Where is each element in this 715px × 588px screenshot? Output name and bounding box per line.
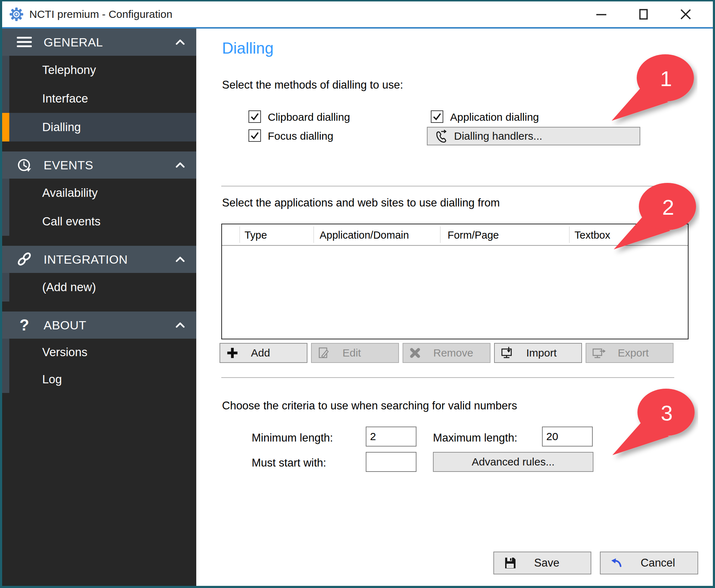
selection-strip bbox=[2, 56, 9, 84]
maximize-button[interactable] bbox=[633, 5, 654, 24]
sidebar-item-interface[interactable]: Interface bbox=[2, 84, 196, 113]
minimum-length-label: Minimum length: bbox=[252, 432, 333, 444]
column-divider bbox=[569, 226, 569, 243]
add-button-label: Add bbox=[251, 347, 270, 359]
sidebar-gap bbox=[2, 141, 196, 151]
sidebar-item-add-new[interactable]: (Add new) bbox=[2, 273, 196, 302]
application-dialling-label: Application dialling bbox=[450, 111, 539, 123]
app-gear-icon bbox=[9, 7, 24, 21]
sidebar-item-dialling[interactable]: Dialling bbox=[2, 113, 196, 141]
check-icon bbox=[432, 111, 442, 122]
window: NCTI premium - Configuration GENERAL bbox=[0, 0, 715, 588]
sidebar-section-label: GENERAL bbox=[44, 35, 176, 49]
import-button[interactable]: Import bbox=[494, 343, 582, 363]
separator bbox=[221, 377, 674, 378]
column-header-application-domain[interactable]: Application/Domain bbox=[320, 224, 409, 246]
callout-number: 3 bbox=[661, 401, 672, 425]
sidebar-section-label: INTEGRATION bbox=[44, 253, 176, 266]
sidebar-item-call-events[interactable]: Call events bbox=[2, 207, 196, 236]
sidebar-item-label: Interface bbox=[9, 84, 196, 113]
chevron-up-icon bbox=[176, 39, 185, 45]
import-button-label: Import bbox=[526, 347, 557, 359]
sidebar-item-availability[interactable]: Availability bbox=[2, 179, 196, 207]
cancel-button-label: Cancel bbox=[641, 557, 675, 569]
sidebar-gap bbox=[2, 236, 196, 246]
edit-button-label: Edit bbox=[342, 347, 361, 359]
applications-section-label: Select the applications and web sites to… bbox=[222, 196, 500, 209]
question-mark-icon: ? bbox=[14, 316, 34, 334]
minimize-button[interactable] bbox=[591, 5, 611, 24]
export-monitor-icon bbox=[592, 346, 606, 360]
selection-strip bbox=[2, 84, 9, 113]
applications-table[interactable]: Type Application/Domain Form/Page Textbo… bbox=[221, 224, 689, 339]
remove-button[interactable]: Remove bbox=[403, 343, 490, 363]
clipboard-dialling-label: Clipboard dialling bbox=[268, 111, 350, 123]
sidebar: GENERAL Telephony Interface Dialling bbox=[2, 29, 196, 586]
check-icon bbox=[250, 130, 260, 141]
focus-dialling-label: Focus dialling bbox=[268, 130, 333, 142]
selection-strip bbox=[2, 273, 9, 302]
remove-button-label: Remove bbox=[433, 347, 473, 359]
sidebar-gap bbox=[2, 302, 196, 312]
menu-icon bbox=[14, 36, 34, 48]
sidebar-section-label: ABOUT bbox=[44, 318, 176, 332]
callout-3: 3 bbox=[609, 384, 698, 469]
sidebar-item-log[interactable]: Log bbox=[2, 366, 196, 393]
import-monitor-icon bbox=[500, 346, 514, 360]
plus-icon bbox=[226, 347, 239, 359]
sidebar-item-label: Telephony bbox=[9, 56, 196, 84]
selection-strip bbox=[2, 339, 9, 366]
maximize-icon bbox=[638, 9, 649, 20]
maximum-length-label: Maximum length: bbox=[433, 432, 517, 444]
column-header-type[interactable]: Type bbox=[245, 224, 267, 246]
main-content: Dialling Select the methods of dialling … bbox=[196, 29, 713, 586]
sidebar-item-telephony[interactable]: Telephony bbox=[2, 56, 196, 84]
callout-1: 1 bbox=[608, 49, 697, 135]
pencil-icon bbox=[317, 347, 330, 359]
chevron-up-icon bbox=[176, 322, 185, 328]
criteria-section-label: Choose the criteria to use when searchin… bbox=[222, 399, 517, 412]
minimum-length-input[interactable] bbox=[366, 427, 416, 447]
separator bbox=[221, 186, 674, 186]
selection-strip bbox=[2, 179, 9, 207]
close-button[interactable] bbox=[676, 5, 696, 24]
focus-dialling-checkbox[interactable] bbox=[248, 129, 261, 142]
column-divider bbox=[314, 226, 314, 243]
sidebar-item-label: Dialling bbox=[9, 113, 196, 141]
column-header-textbox[interactable]: Textbox bbox=[575, 224, 610, 246]
must-start-with-input[interactable] bbox=[366, 452, 416, 472]
must-start-with-label: Must start with: bbox=[252, 457, 326, 469]
chevron-up-icon bbox=[176, 256, 185, 262]
callout-number: 1 bbox=[660, 67, 672, 91]
save-floppy-icon bbox=[503, 556, 517, 570]
chain-link-icon bbox=[14, 251, 34, 268]
maximum-length-input[interactable] bbox=[542, 427, 593, 447]
save-button-label: Save bbox=[534, 557, 559, 569]
sidebar-section-about[interactable]: ? ABOUT bbox=[2, 312, 196, 339]
sidebar-section-integration[interactable]: INTEGRATION bbox=[2, 246, 196, 273]
page-title: Dialling bbox=[222, 39, 273, 57]
dialling-handlers-label: Dialling handlers... bbox=[454, 130, 542, 142]
dialling-handlers-button[interactable]: Dialling handlers... bbox=[427, 127, 640, 145]
advanced-rules-button[interactable]: Advanced rules... bbox=[433, 452, 593, 472]
sidebar-empty-area bbox=[2, 393, 196, 586]
chevron-up-icon bbox=[176, 162, 185, 168]
cancel-button[interactable]: Cancel bbox=[600, 552, 698, 574]
undo-arrow-icon bbox=[610, 556, 623, 570]
sidebar-item-versions[interactable]: Versions bbox=[2, 339, 196, 366]
applications-table-body-empty bbox=[222, 246, 688, 339]
sidebar-section-events[interactable]: EVENTS bbox=[2, 151, 196, 179]
edit-button[interactable]: Edit bbox=[311, 343, 399, 363]
application-dialling-checkbox[interactable] bbox=[431, 110, 443, 123]
availability-events-icon bbox=[14, 157, 34, 173]
sidebar-section-label: EVENTS bbox=[44, 158, 176, 172]
sidebar-item-label: Log bbox=[9, 366, 196, 393]
save-button[interactable]: Save bbox=[493, 552, 591, 574]
column-header-form-page[interactable]: Form/Page bbox=[448, 224, 499, 246]
sidebar-section-general[interactable]: GENERAL bbox=[2, 29, 196, 56]
add-button[interactable]: Add bbox=[220, 343, 307, 363]
export-button[interactable]: Export bbox=[586, 343, 674, 363]
titlebar: NCTI premium - Configuration bbox=[2, 1, 713, 27]
selection-strip bbox=[2, 366, 9, 393]
clipboard-dialling-checkbox[interactable] bbox=[248, 110, 261, 123]
